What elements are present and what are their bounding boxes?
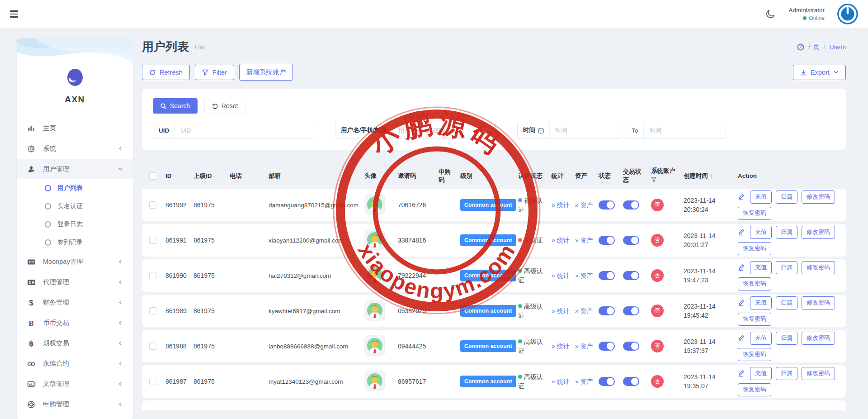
assets-link[interactable]: » 资产	[575, 306, 593, 315]
time-from-input[interactable]	[550, 122, 622, 138]
avatar[interactable]	[364, 229, 398, 252]
add-system-account-button[interactable]: 新增系统账户	[239, 64, 293, 81]
sidebar-item-10[interactable]: 申购管理	[17, 394, 133, 414]
sidebar-item-8[interactable]: 永续合约	[17, 353, 133, 374]
sidebar-item-4[interactable]: 代理管理	[17, 272, 133, 292]
recharge-button[interactable]: 充值	[750, 190, 772, 204]
recharge-button[interactable]: 充值	[750, 367, 772, 380]
status-toggle[interactable]	[599, 236, 615, 245]
time-to-input[interactable]	[644, 122, 726, 138]
sidebar-item-6[interactable]: B币币交易	[17, 313, 133, 333]
stats-link[interactable]: » 统计	[552, 200, 570, 210]
belong-button[interactable]: 归属	[776, 226, 797, 239]
search-button[interactable]: Search	[153, 98, 198, 114]
edit-pencil-icon[interactable]	[738, 263, 746, 271]
assets-link[interactable]: » 资产	[575, 200, 593, 210]
change-password-button[interactable]: 修改密码	[802, 332, 835, 345]
change-password-button[interactable]: 修改密码	[802, 261, 835, 274]
belong-button[interactable]: 归属	[776, 296, 797, 309]
sidebar-item-9[interactable]: 文章管理	[17, 374, 133, 394]
restore-password-button[interactable]: 恢复密码	[738, 277, 771, 290]
row-checkbox[interactable]	[149, 307, 156, 314]
change-password-button[interactable]: 修改密码	[802, 190, 835, 204]
edit-pencil-icon[interactable]	[738, 369, 746, 377]
trade-status-toggle[interactable]	[623, 271, 639, 280]
status-toggle[interactable]	[599, 342, 615, 351]
sidebar-item-5[interactable]: $财务管理	[17, 292, 133, 313]
status-toggle[interactable]	[599, 377, 615, 386]
restore-password-button[interactable]: 恢复密码	[738, 207, 771, 220]
status-toggle[interactable]	[599, 200, 615, 210]
restore-password-button[interactable]: 恢复密码	[738, 242, 771, 255]
assets-link[interactable]: » 资产	[575, 236, 593, 245]
uid-input[interactable]	[175, 122, 313, 138]
edit-pencil-icon[interactable]	[738, 228, 746, 236]
reset-button[interactable]: Reset	[204, 98, 246, 114]
recharge-button[interactable]: 充值	[750, 296, 772, 309]
row-checkbox[interactable]	[149, 237, 156, 244]
sidebar-subitem-1[interactable]: 实名认证	[17, 197, 133, 215]
recharge-button[interactable]: 充值	[750, 332, 772, 345]
system-account-badge[interactable]: 否	[651, 234, 664, 247]
breadcrumb-home[interactable]: 主页	[797, 43, 820, 51]
hamburger-icon[interactable]	[10, 8, 22, 20]
select-all-checkbox[interactable]	[149, 172, 156, 180]
row-checkbox[interactable]	[149, 378, 156, 385]
sidebar-item-0[interactable]: 主页	[17, 118, 133, 138]
change-password-button[interactable]: 修改密码	[802, 296, 835, 309]
sidebar-item-2[interactable]: 用户管理	[17, 159, 133, 179]
change-password-button[interactable]: 修改密码	[802, 226, 835, 239]
stats-link[interactable]: » 统计	[552, 342, 570, 351]
column-header-0[interactable]	[149, 172, 165, 180]
belong-button[interactable]: 归属	[776, 332, 797, 345]
funnel-icon[interactable]	[651, 177, 684, 185]
stats-link[interactable]: » 统计	[552, 236, 570, 245]
belong-button[interactable]: 归属	[776, 190, 797, 204]
export-button[interactable]: Export	[793, 65, 846, 80]
stats-link[interactable]: » 统计	[552, 306, 570, 315]
trade-status-toggle[interactable]	[623, 377, 639, 386]
recharge-button[interactable]: 充值	[750, 226, 772, 239]
system-account-badge[interactable]: 否	[651, 375, 664, 388]
sidebar-subitem-3[interactable]: 签到记录	[17, 233, 133, 252]
belong-button[interactable]: 归属	[776, 367, 797, 380]
sidebar-item-7[interactable]: ฿期权交易	[17, 333, 133, 353]
trade-status-toggle[interactable]	[623, 306, 639, 315]
assets-link[interactable]: » 资产	[575, 342, 593, 351]
status-toggle[interactable]	[599, 271, 615, 280]
system-account-badge[interactable]: 否	[651, 199, 664, 211]
sidebar-item-1[interactable]: 系统	[17, 138, 133, 159]
belong-button[interactable]: 归属	[776, 261, 797, 274]
filter-button[interactable]: Filter	[195, 65, 234, 80]
sidebar-subitem-2[interactable]: 登录日志	[17, 215, 133, 233]
row-checkbox[interactable]	[149, 272, 156, 279]
power-avatar-icon[interactable]	[837, 4, 858, 24]
row-checkbox[interactable]	[149, 343, 156, 350]
system-account-badge[interactable]: 否	[651, 340, 664, 352]
moon-icon[interactable]	[765, 9, 776, 19]
system-account-badge[interactable]: 否	[651, 305, 664, 317]
row-checkbox[interactable]	[149, 201, 156, 209]
breadcrumb-current[interactable]: Users	[829, 43, 846, 51]
edit-pencil-icon[interactable]	[738, 299, 746, 307]
system-account-badge[interactable]: 否	[651, 269, 664, 282]
sidebar-item-3[interactable]: CCMoonpay管理	[17, 252, 133, 272]
sidebar-item-11[interactable]: 首页管理	[17, 414, 133, 419]
trade-status-toggle[interactable]	[623, 342, 639, 351]
edit-pencil-icon[interactable]	[738, 334, 746, 342]
user-block[interactable]: Administrator Online	[788, 6, 825, 22]
restore-password-button[interactable]: 恢复密码	[738, 313, 771, 326]
trade-status-toggle[interactable]	[623, 236, 639, 245]
user-filter-input[interactable]	[393, 122, 495, 138]
recharge-button[interactable]: 充值	[750, 261, 772, 274]
avatar[interactable]	[364, 371, 398, 393]
trade-status-toggle[interactable]	[623, 200, 639, 210]
restore-password-button[interactable]: 恢复密码	[738, 383, 771, 396]
edit-pencil-icon[interactable]	[738, 193, 746, 201]
status-toggle[interactable]	[599, 306, 615, 315]
avatar[interactable]	[364, 265, 398, 287]
refresh-button[interactable]: Refresh	[142, 65, 190, 80]
avatar[interactable]	[364, 335, 398, 357]
stats-link[interactable]: » 统计	[552, 377, 570, 386]
sort-asc-icon[interactable]: ↑	[710, 172, 713, 179]
